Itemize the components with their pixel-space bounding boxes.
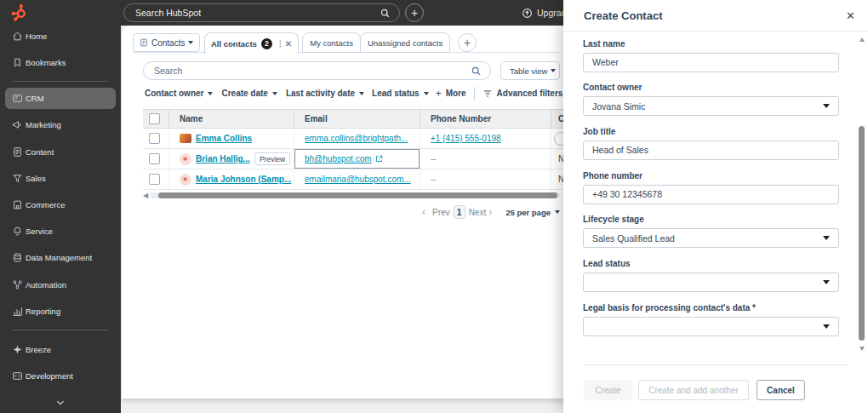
add-view-button[interactable]: + (458, 33, 477, 52)
sidebar-item-home[interactable]: Home (5, 23, 116, 49)
table-view-selector[interactable]: Table view (500, 61, 560, 80)
prev-chevron-icon[interactable]: ‹ (422, 206, 425, 218)
scroll-up-icon[interactable] (859, 37, 865, 42)
contact-email-link[interactable]: bh@hubspot.com (305, 154, 372, 163)
collection-selector-button[interactable]: Contacts (133, 33, 200, 52)
sidebar-item-reporting[interactable]: Reporting (5, 298, 116, 324)
contact-name-link[interactable]: Maria Johnson (Samp... (196, 175, 291, 184)
preview-button[interactable]: Preview (254, 152, 290, 165)
row-checkbox[interactable] (149, 133, 160, 144)
filter-contact-owner[interactable]: Contact owner (145, 89, 213, 98)
contact-email-link[interactable]: emma.collins@brightpath... (305, 134, 408, 143)
avatar: ✱ (180, 174, 191, 186)
storefront-icon (12, 199, 23, 210)
workflow-icon (12, 279, 23, 290)
focused-email-cell[interactable]: bh@hubspot.com (294, 149, 420, 169)
chevron-down-icon (359, 92, 364, 95)
sidebar-item-bookmarks[interactable]: Bookmarks (5, 49, 116, 76)
sales-icon (12, 173, 23, 184)
cancel-button[interactable]: Cancel (757, 380, 805, 400)
job-title-input[interactable]: Head of Sales (583, 141, 839, 160)
chevron-down-icon (54, 397, 66, 409)
home-icon (12, 31, 23, 42)
tab-options-icon[interactable]: ⋮ (277, 39, 281, 48)
create-button[interactable]: Create (584, 380, 632, 400)
row-checkbox[interactable] (149, 174, 160, 185)
prev-button[interactable]: Prev (432, 208, 450, 217)
sidebar: Home Bookmarks CRM Marketing Content Sal… (0, 0, 121, 413)
contact-name-link[interactable]: Brian Hallig... (196, 154, 250, 163)
megaphone-icon (12, 119, 23, 130)
sidebar-item-commerce[interactable]: Commerce (5, 192, 116, 218)
tab-unassigned-contacts[interactable]: Unassigned contacts (360, 32, 450, 53)
sidebar-item-data-management[interactable]: Data Management (5, 244, 116, 271)
scroll-left-icon[interactable]: ◀ (143, 192, 148, 198)
field-label-contact-owner: Contact owner (583, 83, 839, 92)
external-link-icon (375, 155, 383, 163)
per-page-selector[interactable]: 25 per page (505, 208, 560, 217)
chevron-down-icon (188, 41, 193, 44)
contact-email-link[interactable]: emailmaria@hubspot.com... (305, 175, 411, 184)
drawer-close-icon[interactable]: ✕ (846, 9, 855, 22)
contact-name-link[interactable]: Emma Collins (196, 134, 252, 143)
last-name-input[interactable]: Weber (583, 53, 839, 72)
tab-close-icon[interactable]: ✕ (285, 39, 292, 49)
sidebar-item-sales[interactable]: Sales (5, 165, 116, 192)
chevron-down-icon (424, 92, 429, 95)
chevron-down-icon (823, 324, 830, 329)
filter-create-date[interactable]: Create date (221, 89, 277, 98)
contact-owner-select[interactable]: Jovana Simic (583, 96, 839, 116)
chevron-down-icon (823, 280, 830, 284)
table-search-input[interactable]: Search (143, 61, 491, 80)
sidebar-collapse-button[interactable] (0, 394, 121, 411)
sidebar-item-automation[interactable]: Automation (5, 272, 116, 298)
column-header-name[interactable]: Name (168, 110, 294, 128)
horizontal-scrollbar-thumb[interactable] (158, 192, 557, 198)
column-header-email[interactable]: Email (294, 110, 420, 128)
vertical-scrollbar-thumb[interactable] (859, 126, 865, 341)
next-chevron-icon[interactable]: › (488, 206, 492, 218)
field-label-lifecycle-stage: Lifecycle stage (583, 215, 839, 224)
row-checkbox[interactable] (149, 153, 160, 164)
scroll-down-icon[interactable] (859, 347, 865, 351)
search-icon (471, 66, 482, 77)
lifecycle-stage-select[interactable]: Sales Qualified Lead (583, 228, 839, 248)
advanced-filters-button[interactable]: Advanced filters (483, 89, 563, 99)
tab-my-contacts[interactable]: My contacts (302, 32, 361, 53)
filter-lead-status[interactable]: Lead status (372, 89, 429, 98)
database-icon (12, 252, 23, 263)
field-label-lead-status: Lead status (583, 259, 839, 268)
avatar (180, 134, 191, 143)
filter-more-button[interactable]: +More (436, 88, 466, 100)
sidebar-item-development[interactable]: Development (5, 363, 116, 389)
bell-icon (12, 226, 23, 237)
document-icon (12, 146, 23, 158)
field-label-phone-number: Phone number (583, 171, 839, 181)
sidebar-item-content[interactable]: Content (5, 139, 116, 165)
drawer-title: Create Contact (584, 9, 662, 22)
sidebar-item-service[interactable]: Service (5, 218, 116, 244)
lead-status-select[interactable] (583, 272, 839, 292)
crm-icon (12, 93, 23, 104)
next-button[interactable]: Next (469, 208, 487, 217)
contact-phone-link[interactable]: +1 (415) 555-0198 (431, 134, 501, 143)
chevron-down-icon (208, 92, 213, 95)
horizontal-scrollbar[interactable]: ◀ (143, 192, 560, 198)
chevron-down-icon (551, 69, 556, 72)
tab-all-contacts[interactable]: All contacts 2 ⋮ ✕ (204, 32, 299, 54)
field-label-last-name: Last name (583, 39, 839, 49)
vertical-scrollbar[interactable] (859, 34, 865, 351)
code-icon (12, 370, 23, 381)
select-all-checkbox[interactable] (149, 113, 160, 124)
column-header-phone[interactable]: Phone Number (420, 110, 551, 128)
sidebar-item-breeze[interactable]: Breeze (5, 336, 116, 363)
tab-count-badge: 2 (261, 38, 272, 49)
current-page[interactable]: 1 (454, 205, 465, 219)
legal-basis-select[interactable] (583, 317, 839, 336)
sidebar-item-crm[interactable]: CRM (5, 88, 116, 109)
phone-number-input[interactable]: +49 30 12345678 (583, 185, 839, 204)
chevron-down-icon (823, 104, 830, 108)
filter-last-activity-date[interactable]: Last activity date (286, 89, 364, 98)
create-and-add-another-button[interactable]: Create and add another (638, 380, 749, 400)
sidebar-item-marketing[interactable]: Marketing (5, 112, 116, 138)
